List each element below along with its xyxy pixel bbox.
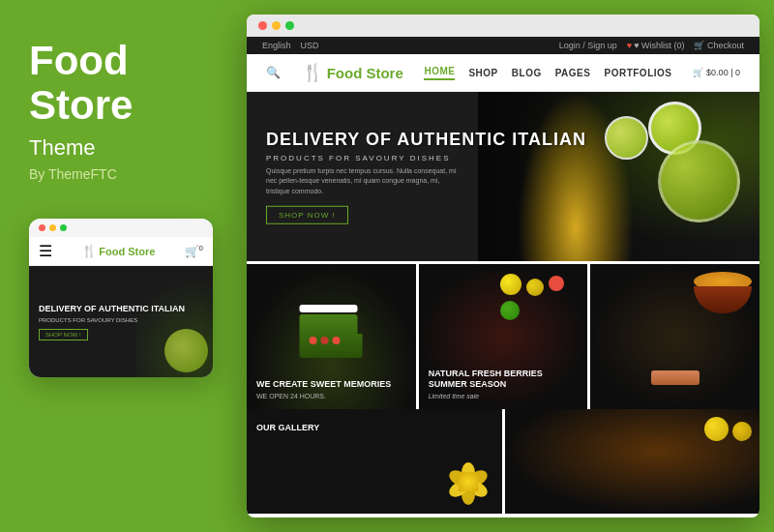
- main-title: Food Store: [29, 39, 133, 128]
- browser-titlebar: [247, 15, 759, 37]
- grid-card-2-heading: NATURAL FRESH BERRIES SUMMER SEASON: [429, 369, 579, 391]
- nav-pages[interactable]: PAGES: [555, 68, 591, 78]
- bottom-area: OUR GALLERY: [247, 409, 759, 514]
- browser-dot-green[interactable]: [285, 21, 294, 30]
- topbar-right: Login / Sign up ♥ ♥ Wishlist (0) 🛒 Check…: [559, 41, 744, 50]
- main-nav: HOME SHOP BLOG PAGES PORTFOLIOS: [424, 66, 671, 80]
- hero-description: Quisque pretium turpis nec tempus cursus…: [266, 165, 460, 196]
- browser-dot-yellow[interactable]: [272, 21, 281, 30]
- browser-mockup: English USD Login / Sign up ♥ ♥ Wishlist…: [247, 15, 759, 517]
- shop-now-button[interactable]: SHOP NOW !: [266, 206, 348, 224]
- mobile-titlebar: [29, 219, 213, 237]
- mobile-dot-yellow: [49, 224, 56, 231]
- mobile-cart[interactable]: 🛒0: [185, 244, 203, 258]
- heart-icon: ♥: [627, 41, 632, 50]
- hero-section: DELIVERY OF AUTHENTIC ITALIAN PRODUCTS F…: [247, 92, 759, 261]
- currency-selector[interactable]: USD: [301, 41, 319, 50]
- site-header: 🔍 🍴 Food Store HOME SHOP BLOG PAGES PORT…: [247, 54, 759, 92]
- checkout-link[interactable]: 🛒 Checkout: [694, 41, 744, 50]
- theme-subtitle: Theme: [29, 135, 95, 161]
- language-selector[interactable]: English: [262, 41, 291, 50]
- wishlist-link[interactable]: ♥ ♥ Wishlist (0): [627, 41, 685, 50]
- hero-content: DELIVERY OF AUTHENTIC ITALIAN PRODUCTS F…: [266, 129, 586, 224]
- grid-card-1-sub: WE OPEN 24 HOURS.: [256, 393, 406, 399]
- login-link[interactable]: Login / Sign up: [559, 41, 617, 50]
- mobile-mockup: ☰ 🍴 Food Store 🛒0 DELIVERY OF AUTHENTIC …: [29, 219, 213, 377]
- hero-subheading: PRODUCTS FOR SAVOURY DISHES: [266, 153, 586, 162]
- berries-decoration: [500, 274, 578, 320]
- mobile-shop-now-button[interactable]: SHOP NOW !: [39, 329, 88, 340]
- nav-portfolios[interactable]: PORTFOLIOS: [604, 68, 671, 78]
- grid-card-1: WE CREATE SWEET MEMORIES WE OPEN 24 HOUR…: [247, 264, 416, 409]
- mobile-nav: ☰ 🍴 Food Store 🛒0: [29, 237, 213, 266]
- nav-blog[interactable]: BLOG: [512, 68, 542, 78]
- grid-card-3: [590, 264, 759, 409]
- grid-card-1-content: WE CREATE SWEET MEMORIES WE OPEN 24 HOUR…: [256, 379, 406, 399]
- mobile-hero-sub: PRODUCTS FOR SAVOURY DISHES: [39, 317, 137, 323]
- bottom-card-1: OUR GALLERY: [247, 409, 502, 514]
- cake-decoration: [300, 305, 363, 363]
- site-logo: 🍴 Food Store: [302, 62, 403, 83]
- site-topbar: English USD Login / Sign up ♥ ♥ Wishlist…: [247, 37, 759, 54]
- grid-card-1-heading: WE CREATE SWEET MEMORIES: [256, 379, 406, 391]
- mobile-hero: DELIVERY OF AUTHENTIC ITALIAN PRODUCTS F…: [29, 266, 213, 377]
- chef-hat-icon: 🍴: [302, 62, 323, 83]
- lime-circle-large: [658, 140, 740, 222]
- food-items-decoration: [704, 417, 752, 441]
- mobile-hero-heading: DELIVERY OF AUTHENTIC ITALIAN: [39, 304, 185, 315]
- cart-icon-wrap[interactable]: 🛒 $0.00 | 0: [693, 68, 740, 77]
- mobile-dot-red: [39, 224, 45, 231]
- hands-decoration: [651, 370, 700, 385]
- left-panel: Food Store Theme By ThemeFTC ☰ 🍴 Food St…: [0, 0, 237, 532]
- grid-card-2: NATURAL FRESH BERRIES SUMMER SEASON Limi…: [419, 264, 588, 409]
- grid-card-2-content: NATURAL FRESH BERRIES SUMMER SEASON Limi…: [429, 369, 579, 399]
- nav-home[interactable]: HOME: [424, 66, 455, 80]
- browser-dot-red[interactable]: [258, 21, 267, 30]
- product-grid: WE CREATE SWEET MEMORIES WE OPEN 24 HOUR…: [247, 264, 759, 409]
- bottom-card-2: [505, 409, 760, 514]
- bowl-decoration: [694, 272, 752, 313]
- grid-card-2-sub: Limited time sale: [429, 393, 579, 399]
- flower-decoration: [444, 458, 492, 506]
- nav-shop[interactable]: SHOP: [468, 68, 497, 78]
- lime-circle-2: [605, 116, 648, 160]
- mobile-hamburger-icon[interactable]: ☰: [39, 242, 52, 260]
- gallery-label: OUR GALLERY: [256, 417, 319, 434]
- mobile-chef-icon: 🍴: [81, 244, 97, 258]
- search-icon[interactable]: 🔍: [266, 66, 281, 79]
- mobile-logo: 🍴 Food Store: [81, 244, 155, 258]
- mobile-dot-green: [60, 224, 67, 231]
- topbar-left: English USD: [262, 41, 319, 50]
- theme-author: By ThemeFTC: [29, 166, 117, 182]
- hero-heading: DELIVERY OF AUTHENTIC ITALIAN: [266, 129, 586, 149]
